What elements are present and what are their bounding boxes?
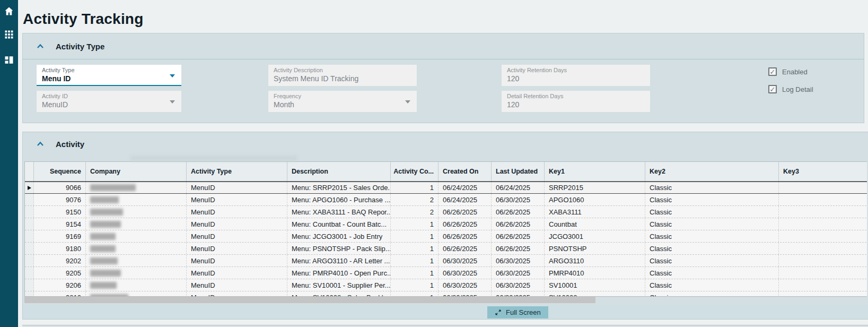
row-selector-cell[interactable] [25, 194, 34, 205]
activity-type-collapse-header[interactable]: Activity Type [23, 33, 864, 59]
activity-description-field: Activity Description System Menu ID Trac… [268, 65, 417, 86]
field-value: MenuID [42, 100, 176, 109]
activity-panel: Activity SequenceCompanyActivity TypeDes… [22, 132, 868, 320]
cell-activity-type: MenuID [187, 206, 287, 218]
selected-row-marker [28, 186, 31, 190]
cell-description: Menu: SRRP2015 - Sales Orde... [287, 182, 391, 193]
cell-last-updated: 06/26/2025 [492, 243, 545, 254]
cell-key3 [779, 291, 867, 297]
cell-created-on: 06/24/2025 [439, 194, 492, 205]
cell-description: Menu: PMRP4010 - Open Purc... [287, 267, 391, 279]
horizontal-scrollbar[interactable] [24, 297, 595, 303]
cell-activity-count: 1 [391, 182, 439, 193]
row-selector-cell[interactable] [25, 182, 34, 193]
table-row[interactable]: 9150MenuIDMenu: XABA3111 - BAQ Repor...2… [25, 206, 867, 218]
field-label: Detail Retention Days [507, 93, 645, 100]
table-row[interactable]: 9210MenuIDMenu: SV10002 - Sales Backlo..… [25, 291, 867, 297]
column-header[interactable]: Description [287, 162, 391, 181]
full-screen-label: Full Screen [506, 308, 541, 316]
fullscreen-bar: Full Screen [23, 305, 868, 320]
row-selector-cell[interactable] [25, 279, 34, 291]
cell-key3 [779, 218, 867, 230]
column-header[interactable]: Sequence [34, 162, 86, 181]
chevron-up-icon[interactable] [37, 141, 44, 147]
home-icon[interactable] [0, 2, 18, 20]
table-row[interactable]: 9076MenuIDMenu: APGO1060 - Purchase ...2… [25, 194, 867, 206]
cell-company [86, 255, 187, 266]
cell-key1: APGO1060 [545, 194, 645, 205]
row-selector-cell[interactable] [25, 291, 34, 297]
dashboard-icon[interactable] [0, 51, 18, 69]
chevron-up-icon[interactable] [37, 44, 44, 49]
cell-description: Menu: APGO1060 - Purchase ... [287, 194, 391, 205]
full-screen-button[interactable]: Full Screen [487, 306, 548, 319]
table-row[interactable]: 9180MenuIDMenu: PSNOTSHP - Pack Slip...1… [25, 243, 867, 255]
row-selector-cell[interactable] [25, 255, 34, 266]
log-detail-checkbox: Log Detail [768, 85, 813, 93]
row-selector-cell[interactable] [25, 206, 34, 218]
cell-key2: Classic [645, 194, 779, 205]
table-row[interactable]: 9206MenuIDMenu: SV10001 - Supplier Per..… [25, 279, 867, 291]
cell-company [86, 230, 187, 242]
section-title: Activity Type [56, 42, 104, 51]
column-header[interactable]: Key1 [545, 162, 645, 181]
next-panel-edge [22, 325, 868, 327]
row-selector-cell[interactable] [25, 218, 34, 230]
cell-last-updated: 06/30/2025 [492, 279, 545, 291]
apps-grid-icon[interactable] [0, 25, 18, 44]
cell-activity-type: MenuID [187, 218, 287, 230]
cell-description: Menu: SV10002 - Sales Backlo... [287, 291, 391, 297]
chevron-down-icon [170, 100, 175, 104]
cell-company [86, 267, 187, 279]
row-selector-cell[interactable] [25, 267, 34, 279]
field-label: Activity Description [274, 67, 411, 74]
chevron-down-icon[interactable] [170, 74, 175, 78]
column-header[interactable]: Created On [439, 162, 492, 181]
field-value: Month [274, 100, 411, 109]
redacted-company-value [90, 245, 116, 252]
cell-sequence: 9180 [34, 243, 86, 254]
cell-last-updated: 06/26/2025 [492, 218, 545, 230]
field-label: Frequency [274, 93, 411, 100]
cell-key2: Classic [645, 243, 779, 254]
enabled-checkbox: Enabled [768, 67, 808, 76]
cell-sequence: 9210 [34, 291, 86, 297]
column-header[interactable]: Activity Type [187, 162, 287, 181]
activity-type-panel: Activity Type Activity Type Menu ID Acti… [22, 33, 864, 123]
field-label: Activity ID [42, 93, 176, 100]
table-row[interactable]: 9066MenuIDMenu: SRRP2015 - Sales Orde...… [25, 182, 867, 194]
row-selector-cell[interactable] [25, 243, 34, 254]
cell-key1: XABA3111 [545, 206, 645, 218]
cell-key1: SV10002 [545, 291, 645, 297]
cell-activity-count: 1 [391, 255, 439, 266]
row-selector-cell[interactable] [25, 230, 34, 242]
column-header[interactable]: Activity Co... [391, 162, 439, 181]
cell-key1: SRRP2015 [545, 182, 645, 193]
table-row[interactable]: 9202MenuIDMenu: ARGO3110 - AR Letter ...… [25, 255, 867, 267]
table-row[interactable]: 9205MenuIDMenu: PMRP4010 - Open Purc...1… [25, 267, 867, 279]
column-header[interactable]: Last Updated [492, 162, 545, 181]
cell-key3 [779, 279, 867, 291]
cell-company [86, 291, 187, 297]
column-header[interactable]: Key3 [779, 162, 867, 181]
cell-activity-count: 1 [391, 230, 439, 242]
cell-sequence: 9169 [34, 230, 86, 242]
table-row[interactable]: 9154MenuIDMenu: Countbat - Count Batc...… [25, 218, 867, 230]
cell-sequence: 9076 [34, 194, 86, 205]
field-value: System Menu ID Tracking [274, 74, 411, 83]
activity-collapse-header[interactable]: Activity [23, 132, 868, 156]
cell-last-updated: 06/30/2025 [492, 291, 545, 297]
cell-key2: Classic [645, 206, 779, 218]
frequency-dropdown: Frequency Month [268, 91, 417, 112]
cell-activity-type: MenuID [187, 279, 287, 291]
cell-key3 [779, 194, 867, 205]
table-row[interactable]: 9169MenuIDMenu: JCGO3001 - Job Entry106/… [25, 230, 867, 243]
activity-type-dropdown[interactable]: Activity Type Menu ID [37, 65, 181, 86]
page-title: Activity Tracking [23, 11, 143, 28]
section-title: Activity [56, 140, 84, 149]
column-header[interactable]: Key2 [645, 162, 779, 181]
cell-last-updated: 06/30/2025 [492, 255, 545, 266]
column-header[interactable]: Company [86, 162, 187, 181]
cell-sequence: 9154 [34, 218, 86, 230]
field-value: 120 [507, 74, 645, 83]
